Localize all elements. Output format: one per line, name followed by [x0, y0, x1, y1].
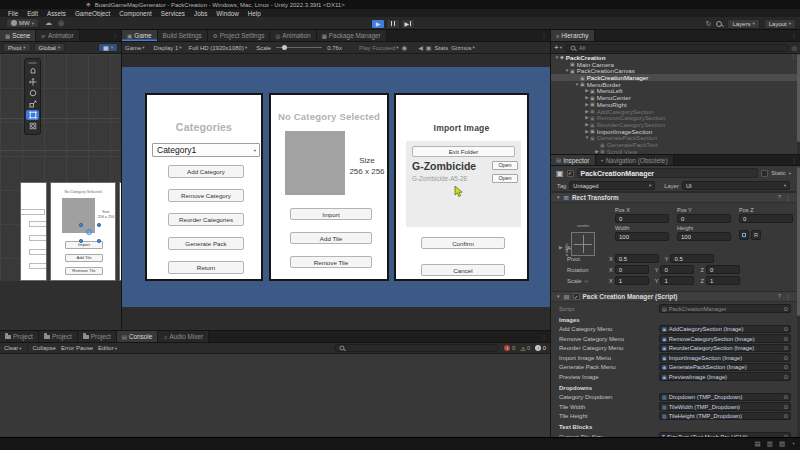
search-icon[interactable]	[715, 20, 723, 28]
editor-dropdown[interactable]: Editor▾	[98, 345, 117, 351]
pivot-y-field[interactable]: 0.5	[670, 254, 714, 263]
component-menu-icon[interactable]: ⋮	[785, 194, 791, 201]
object-picker-icon[interactable]: ⊙	[783, 374, 788, 380]
script-field[interactable]: ▤ PackCreationManager ⊙	[659, 304, 791, 313]
help-icon[interactable]: ?	[778, 293, 781, 300]
hierarchy-item-inactive[interactable]: ▶ ▣ AddCategorySection	[551, 108, 800, 115]
gameobject-name-field[interactable]: PackCreationManager	[577, 168, 759, 178]
vsync-icon[interactable]: ▣	[426, 44, 432, 51]
object-field[interactable]: ▥TileHeight (TMP_Dropdown)⊙	[659, 412, 791, 421]
pause-button[interactable]	[386, 19, 400, 29]
raw-edit-button[interactable]: R	[751, 230, 761, 240]
reorder-categories-button[interactable]: Reorder Categories	[168, 213, 244, 226]
play-focused-dropdown[interactable]: Play Focused▾	[359, 45, 399, 51]
hierarchy-item-inactive[interactable]: ▶ ▣ ReorderCategorySection	[551, 121, 800, 128]
object-picker-icon[interactable]: ⊙	[783, 326, 788, 332]
gizmo-pivot[interactable]	[86, 229, 92, 235]
script-component-header[interactable]: ▼ ▤ ✓ Pack Creation Manager (Script) ?⋮	[551, 291, 796, 302]
cancel-button[interactable]: Cancel	[421, 264, 505, 276]
tab-navigation[interactable]: + Navigation (Obsolete)	[596, 155, 674, 165]
gizmo-handle[interactable]	[79, 223, 83, 227]
pane-menu-icon[interactable]: ⋮	[112, 32, 121, 39]
menu-file[interactable]: File	[8, 10, 18, 17]
import-button[interactable]: Import	[290, 208, 372, 220]
object-picker-icon[interactable]: ⊙	[783, 355, 788, 361]
category-dropdown[interactable]: Category1 ▾	[152, 143, 260, 157]
menu-assets[interactable]: Assets	[47, 10, 66, 17]
activity-icon[interactable]: ▨	[779, 440, 785, 448]
object-picker-icon[interactable]: ⊙	[783, 345, 788, 351]
cloud-icon[interactable]: ☁	[45, 19, 52, 27]
tab-hierarchy[interactable]: ≡ Hierarchy	[551, 30, 595, 41]
object-field[interactable]: ▥Dropdown (TMP_Dropdown)⊙	[659, 393, 791, 402]
pos-z-field[interactable]: 0	[739, 214, 793, 223]
tab-build-settings[interactable]: Build Settings	[158, 30, 208, 41]
scene-viewport[interactable]: No Category Selected Size 256 x 256 Impo…	[0, 54, 121, 330]
tab-console[interactable]: ▤ Console	[117, 331, 159, 342]
gizmo-handle[interactable]	[97, 239, 101, 243]
tab-project-3[interactable]: Project	[78, 331, 117, 342]
display-dropdown[interactable]: Display 1▾	[154, 45, 182, 51]
tab-project-2[interactable]: Project	[39, 331, 78, 342]
clear-button[interactable]: Clear▾	[4, 345, 22, 351]
hierarchy-item[interactable]: ▶ ▣ ImportImageSection	[551, 128, 800, 135]
pos-y-field[interactable]: 0	[677, 214, 731, 223]
pos-x-field[interactable]: 0	[615, 214, 669, 223]
rotation-z-field[interactable]: 0	[706, 265, 740, 274]
open-button[interactable]: Open	[492, 174, 518, 183]
collapse-button[interactable]: Collapse	[33, 345, 56, 351]
stats-toggle[interactable]: Stats	[434, 45, 448, 51]
anchor-preset-widget[interactable]: center middle	[563, 213, 603, 257]
object-field[interactable]: ▣GeneratePackSection (Image)⊙	[659, 363, 791, 372]
menu-component[interactable]: Component	[119, 10, 152, 17]
remove-category-button[interactable]: Remove Category	[168, 189, 244, 202]
add-category-button[interactable]: Add Category	[168, 165, 244, 178]
scene-visibility-icon[interactable]: ◎	[792, 44, 797, 51]
object-field[interactable]: ▣ReorderCategorySection (Image)⊙	[659, 344, 791, 353]
console-log-area[interactable]	[0, 354, 550, 438]
services-icon[interactable]: ◎	[58, 19, 64, 27]
hierarchy-item[interactable]: ▶ ▣ MenuLeft	[551, 88, 800, 95]
object-picker-icon[interactable]: ⊙	[783, 364, 788, 370]
account-dropdown[interactable]: MW ▾	[6, 18, 39, 28]
return-button[interactable]: Return	[168, 261, 244, 274]
scale-y-field[interactable]: 1	[660, 276, 694, 285]
tab-inspector[interactable]: ▤ Inspector	[551, 155, 596, 165]
link-scale-icon[interactable]: ∞	[585, 278, 589, 284]
object-picker-icon[interactable]: ⊙	[783, 404, 788, 410]
menu-services[interactable]: Services	[161, 10, 185, 17]
rect-transform-header[interactable]: ▼ ⊞ Rect Transform ?⋮	[551, 192, 796, 203]
static-dropdown-icon[interactable]: ▾	[789, 171, 791, 176]
pivot-dropdown[interactable]: Pivot▾	[3, 43, 31, 52]
scale-tool-button[interactable]	[26, 99, 39, 109]
object-field[interactable]: ▥TileWidth (TMP_Dropdown)⊙	[659, 402, 791, 411]
remove-tile-button[interactable]: Remove Tile	[290, 256, 372, 268]
refresh-icon[interactable]: ▥	[767, 440, 773, 448]
tab-audio-mixer[interactable]: ♫ Audio Mixer	[158, 331, 209, 342]
tab-animation[interactable]: ◎ Animation	[270, 30, 316, 41]
warning-count-badge[interactable]: ⚠ 0	[520, 345, 530, 352]
hierarchy-item-inactive[interactable]: ▣ GeneratePackText	[551, 141, 800, 148]
scale-slider-knob[interactable]	[282, 45, 287, 50]
rotate-tool-button[interactable]	[26, 88, 39, 98]
create-button[interactable]: +▾	[554, 43, 562, 52]
add-tile-button[interactable]: Add Tile	[290, 232, 372, 244]
active-checkbox[interactable]: ✓	[567, 170, 574, 177]
error-count-badge[interactable]: ! 0	[504, 345, 515, 351]
open-button[interactable]: Open	[492, 161, 518, 170]
foldout-icon[interactable]: ▼	[556, 195, 561, 200]
undo-history-icon[interactable]: ↻	[706, 20, 712, 28]
menu-help[interactable]: Help	[248, 10, 261, 17]
pane-menu-icon[interactable]: ⋮	[541, 32, 550, 39]
help-icon[interactable]: ?	[778, 194, 781, 201]
rotation-y-field[interactable]: 0	[660, 265, 694, 274]
console-search-input[interactable]	[334, 344, 499, 352]
object-picker-icon[interactable]: ⊙	[783, 306, 788, 312]
hierarchy-item[interactable]: ▼ ▣ MenuBorder	[551, 81, 800, 88]
tab-package-manager[interactable]: ▦ Package Manager	[317, 30, 387, 41]
hierarchy-item-inactive[interactable]: ▶ ▣ Scroll View	[551, 148, 800, 154]
error-pause-button[interactable]: Error Pause	[61, 345, 93, 351]
hierarchy-item[interactable]: ▶ ▣ MenuRight	[551, 101, 800, 108]
scale-slider[interactable]	[276, 47, 322, 48]
pane-menu-icon[interactable]: ⋮	[791, 157, 800, 164]
